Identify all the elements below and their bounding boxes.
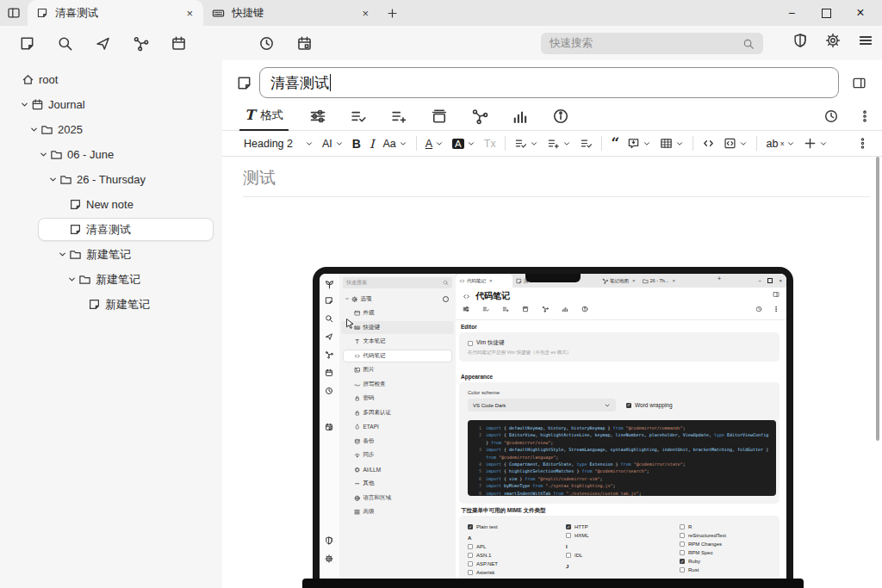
numbered-list-button[interactable] bbox=[543, 131, 575, 156]
italic-button[interactable]: I bbox=[365, 131, 379, 156]
tree-item[interactable]: Journal bbox=[0, 92, 222, 117]
recent-changes-button[interactable] bbox=[257, 34, 276, 53]
inherited-attributes-tab[interactable] bbox=[390, 108, 407, 125]
basic-properties-icon bbox=[463, 306, 469, 313]
embedded-tree-item-icon bbox=[354, 367, 361, 374]
remove-format-button[interactable]: Tx bbox=[480, 131, 500, 156]
todo-list-button[interactable] bbox=[575, 131, 597, 156]
tree-item-label: New note bbox=[86, 198, 134, 211]
chevron-down-icon[interactable] bbox=[67, 275, 77, 284]
jump-to-note-button[interactable] bbox=[93, 34, 112, 53]
tab-label: 清喜测试 bbox=[55, 6, 177, 21]
tab-kuaijiejian[interactable]: 快捷键 × bbox=[203, 0, 379, 26]
code-block-button[interactable] bbox=[719, 131, 752, 156]
chevron-down-icon[interactable] bbox=[29, 125, 39, 134]
basic-properties-tab[interactable] bbox=[309, 108, 326, 125]
global-menu-icon[interactable] bbox=[858, 33, 873, 48]
ai-menu-button[interactable]: AI bbox=[318, 131, 348, 156]
chevron-down-icon[interactable] bbox=[20, 100, 29, 109]
note-icon[interactable] bbox=[236, 75, 252, 91]
new-note-button[interactable] bbox=[17, 34, 36, 53]
note-menu-dots-icon[interactable] bbox=[858, 109, 872, 123]
search-button[interactable] bbox=[55, 34, 74, 53]
format-T-glyph: T bbox=[245, 107, 255, 123]
inline-code-button[interactable] bbox=[698, 131, 719, 156]
chevron-down-icon[interactable] bbox=[58, 250, 67, 259]
quick-search-input[interactable]: 快速搜索 bbox=[541, 33, 763, 54]
embedded-tree-item: 外观 bbox=[339, 306, 456, 321]
embedded-tree-item-icon bbox=[351, 296, 358, 303]
code-icon bbox=[463, 293, 470, 300]
tree-item[interactable]: 06 - June bbox=[0, 142, 222, 167]
embedded-settings-tree-items: 选项 外观 快捷键 文本笔记 bbox=[339, 292, 456, 519]
mime-checkbox-item: APL bbox=[468, 542, 498, 551]
tree-item[interactable]: root bbox=[0, 67, 222, 92]
mime-checkbox-item: R bbox=[680, 523, 726, 531]
tree-item[interactable]: 新建笔记 bbox=[0, 242, 222, 267]
embedded-tree-item-label: 图片 bbox=[363, 366, 375, 374]
background-color-button[interactable]: A bbox=[448, 131, 480, 156]
editor-scrollbar[interactable] bbox=[876, 157, 879, 441]
today-journal-button[interactable] bbox=[295, 34, 314, 53]
toolbar-overflow-button[interactable] bbox=[852, 131, 873, 156]
owned-attributes-tab[interactable] bbox=[350, 108, 367, 125]
note-editor-content[interactable]: 测试 bbox=[222, 167, 882, 197]
tree-item[interactable]: 新建笔记 bbox=[0, 292, 222, 317]
close-icon[interactable]: × bbox=[849, 2, 872, 24]
note-tree-sidebar: root Journal 2025 06 - June 26 - Thursda… bbox=[0, 60, 222, 588]
bulleted-list-button[interactable] bbox=[510, 131, 543, 156]
tree-item[interactable]: 新建笔记 bbox=[0, 267, 222, 292]
embedded-tab-bar: 代码笔记 × 清 × 笔记地图 × 26 - Th... × bbox=[456, 274, 786, 288]
toggle-right-pane-icon[interactable] bbox=[844, 76, 873, 90]
note-info-tab[interactable] bbox=[431, 108, 448, 125]
note-map-button[interactable] bbox=[131, 34, 150, 53]
embedded-screenshot-image[interactable]: 快速搜索 选项 外观 快捷键 bbox=[313, 267, 793, 588]
tab-qingxi-ceshi[interactable]: 清喜测试 × bbox=[28, 0, 203, 26]
admonition-button[interactable] bbox=[623, 131, 655, 156]
settings-gear-icon[interactable] bbox=[825, 33, 841, 48]
info-tab[interactable] bbox=[552, 108, 569, 125]
launcher-bar: 快速搜索 bbox=[0, 26, 882, 60]
chevron-down-icon[interactable] bbox=[48, 175, 58, 184]
note-title-input[interactable]: 清喜测试 bbox=[259, 67, 839, 98]
tree-item[interactable]: 清喜测试 bbox=[0, 217, 222, 242]
tree-item-label: 2025 bbox=[58, 123, 83, 136]
calendar-button[interactable] bbox=[169, 34, 188, 53]
toggle-sidebar-icon[interactable] bbox=[0, 0, 28, 26]
tree-item[interactable]: New note bbox=[0, 192, 222, 217]
toolbar-separator bbox=[505, 136, 506, 151]
ribbon-tab-format[interactable]: T 格式 bbox=[239, 101, 289, 131]
tree-item[interactable]: 2025 bbox=[0, 117, 222, 142]
close-tab-icon[interactable]: × bbox=[184, 7, 195, 20]
quick-search-placeholder: 快速搜索 bbox=[550, 36, 742, 51]
block-quote-button[interactable]: „ bbox=[606, 131, 624, 156]
new-tab-button[interactable] bbox=[379, 0, 405, 26]
superscript-button[interactable]: abx bbox=[761, 131, 799, 156]
text-case-button[interactable]: Aa bbox=[378, 131, 411, 156]
vim-checkbox-label: Vim 快捷键 bbox=[476, 339, 504, 347]
mime-checkbox-item: Asterisk bbox=[468, 568, 498, 577]
insert-table-button[interactable] bbox=[655, 131, 688, 156]
tree-item[interactable]: 26 - Thursday bbox=[0, 167, 222, 192]
note-paths-tab[interactable] bbox=[471, 108, 488, 125]
maximize-icon[interactable] bbox=[815, 2, 837, 24]
minimize-icon[interactable]: − bbox=[780, 2, 803, 24]
close-tab-icon[interactable]: × bbox=[360, 7, 370, 20]
bold-button[interactable]: B bbox=[348, 131, 365, 156]
mime-column-3: RreStructuredTextRPM ChangesRPM SpecRuby… bbox=[680, 523, 726, 574]
paragraph-style-select[interactable]: Heading 2 bbox=[239, 131, 318, 156]
mime-column-1: Plain textAAPLASN.1ASP.NETAsterisk bbox=[468, 523, 498, 577]
chevron-down-icon[interactable] bbox=[39, 150, 48, 159]
note-revisions-icon[interactable] bbox=[823, 108, 839, 124]
similar-notes-tab[interactable] bbox=[512, 108, 529, 125]
embedded-tree-item-label: 代码笔记 bbox=[363, 352, 386, 360]
protected-session-icon[interactable] bbox=[792, 33, 808, 48]
embedded-ribbon-right bbox=[755, 306, 780, 313]
embedded-tab: 代码笔记 × bbox=[456, 274, 512, 288]
word-wrapping-checkbox: Word wrapping bbox=[626, 402, 673, 408]
font-color-button[interactable]: A bbox=[421, 131, 448, 156]
insert-more-button[interactable] bbox=[799, 131, 832, 156]
mime-checkbox-item: ASN.1 bbox=[468, 551, 498, 560]
embedded-tree-item-icon bbox=[354, 395, 361, 402]
heading-2-text[interactable]: 测试 bbox=[243, 167, 870, 197]
